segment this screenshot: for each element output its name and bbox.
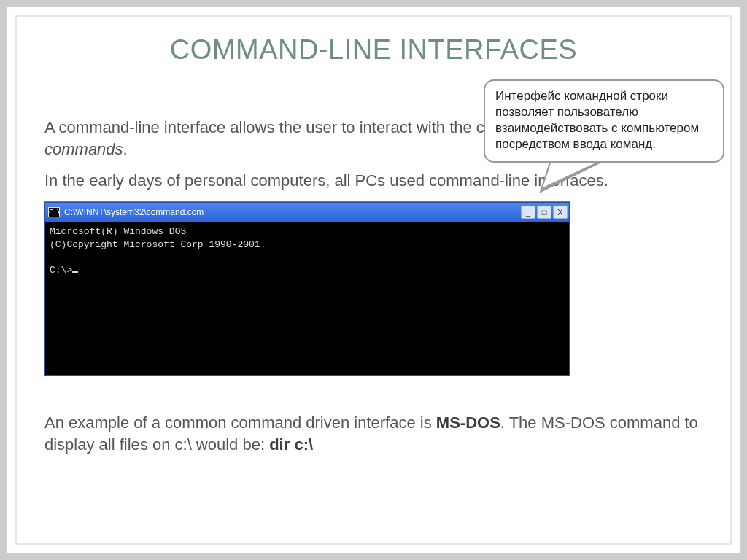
dos-window-title: C:\WINNT\system32\command.com bbox=[64, 207, 204, 217]
dos-console: Microsoft(R) Windows DOS (C)Copyright Mi… bbox=[45, 222, 569, 375]
dos-line-1: Microsoft(R) Windows DOS bbox=[50, 226, 186, 237]
example-dir: dir c:\ bbox=[269, 435, 313, 454]
close-button[interactable]: X bbox=[553, 206, 568, 219]
example-a: An example of a common command driven in… bbox=[44, 413, 436, 432]
maximize-button[interactable]: □ bbox=[537, 206, 551, 219]
dos-window: C:\ C:\WINNT\system32\command.com _ □ X … bbox=[44, 202, 570, 376]
dos-title-left: C:\ C:\WINNT\system32\command.com bbox=[48, 207, 204, 217]
page-title: COMMAND-LINE INTERFACES bbox=[44, 34, 703, 66]
dos-titlebar: C:\ C:\WINNT\system32\command.com _ □ X bbox=[45, 203, 569, 222]
dos-prompt: C:\> bbox=[50, 265, 72, 276]
translation-callout: Интерфейс командной строки позволяет пол… bbox=[484, 79, 724, 163]
dos-app-icon: C:\ bbox=[48, 207, 60, 217]
cursor-icon bbox=[72, 271, 78, 273]
slide-frame: COMMAND-LINE INTERFACES A command-line i… bbox=[6, 6, 741, 554]
paragraph-1c: . bbox=[123, 140, 128, 158]
minimize-button[interactable]: _ bbox=[521, 206, 535, 219]
dos-line-2: (C)Copyright Microsoft Corp 1990-2001. bbox=[50, 239, 266, 250]
example-msdos: MS-DOS bbox=[436, 413, 500, 432]
example-paragraph: An example of a common command driven in… bbox=[44, 412, 703, 455]
window-controls: _ □ X bbox=[521, 206, 568, 219]
paragraph-1-italic: commands bbox=[44, 140, 123, 158]
